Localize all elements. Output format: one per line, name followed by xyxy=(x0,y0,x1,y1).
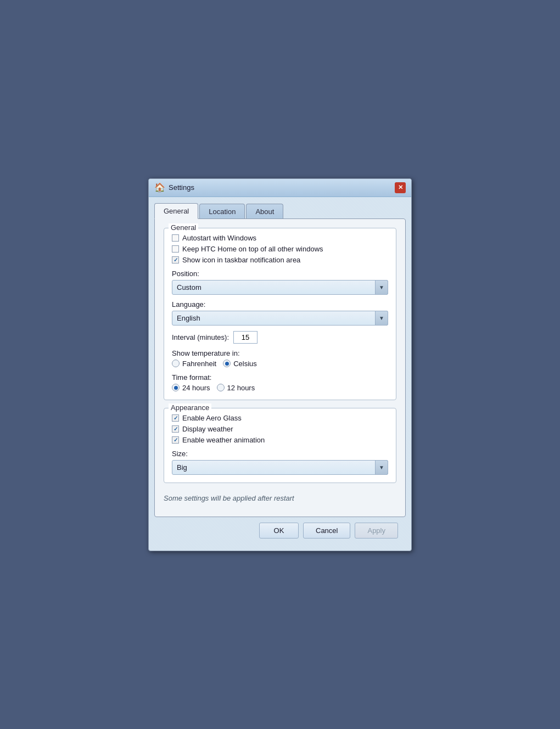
checkbox-ontop[interactable] xyxy=(172,245,179,253)
time-format-section: Time format: 24 hours 12 hours xyxy=(172,373,388,392)
interval-row: Interval (minutes): xyxy=(172,331,388,344)
appearance-group: Appearance Enable Aero Glass Display wea… xyxy=(164,408,396,483)
size-label: Size: xyxy=(172,450,388,458)
checkbox-animation[interactable] xyxy=(172,436,179,444)
checkbox-weather-row: Display weather xyxy=(172,425,388,433)
position-label: Position: xyxy=(172,270,388,278)
general-group-title: General xyxy=(169,223,198,232)
temperature-label: Show temperature in: xyxy=(172,349,388,357)
checkbox-taskbar-label: Show icon in taskbar notification area xyxy=(182,256,300,264)
window-title: Settings xyxy=(169,183,194,192)
radio-12h[interactable]: 12 hours xyxy=(217,384,255,392)
close-button[interactable]: ✕ xyxy=(395,182,406,193)
checkbox-autostart[interactable] xyxy=(172,234,179,242)
time-format-radio-row: 24 hours 12 hours xyxy=(172,384,388,392)
title-bar-left: 🏠 Settings xyxy=(154,182,194,193)
temperature-section: Show temperature in: Fahrenheit Celsius xyxy=(172,349,388,368)
tab-location[interactable]: Location xyxy=(199,204,245,219)
button-bar: OK Cancel Apply xyxy=(154,517,406,545)
tab-about[interactable]: About xyxy=(246,204,283,219)
checkbox-weather[interactable] xyxy=(172,425,179,433)
time-format-label: Time format: xyxy=(172,373,388,382)
tab-general[interactable]: General xyxy=(154,203,198,219)
position-select[interactable]: Custom Top Left Top Right Bottom Left Bo… xyxy=(172,280,388,295)
interval-input[interactable] xyxy=(233,331,257,344)
checkbox-weather-label: Display weather xyxy=(182,425,233,433)
home-icon: 🏠 xyxy=(154,182,165,193)
size-select-wrapper: Big Medium Small ▼ xyxy=(172,460,388,475)
checkbox-aero-row: Enable Aero Glass xyxy=(172,414,388,422)
language-select[interactable]: English French German Spanish xyxy=(172,311,388,326)
radio-24h-label: 24 hours xyxy=(182,384,210,392)
radio-12h-label: 12 hours xyxy=(227,384,255,392)
radio-24h[interactable]: 24 hours xyxy=(172,384,210,392)
radio-celsius[interactable]: Celsius xyxy=(223,360,257,368)
checkbox-ontop-row: Keep HTC Home on top of all other window… xyxy=(172,245,388,253)
appearance-group-title: Appearance xyxy=(169,403,211,412)
radio-12h-circle xyxy=(217,384,225,391)
checkbox-taskbar[interactable] xyxy=(172,256,179,263)
position-select-wrapper: Custom Top Left Top Right Bottom Left Bo… xyxy=(172,280,388,295)
language-select-wrapper: English French German Spanish ▼ xyxy=(172,311,388,326)
settings-window: 🏠 Settings ✕ General Location About Gene… xyxy=(148,178,412,551)
language-label: Language: xyxy=(172,300,388,309)
radio-fahrenheit[interactable]: Fahrenheit xyxy=(172,360,216,368)
interval-label: Interval (minutes): xyxy=(172,333,229,341)
general-group: General Autostart with Windows Keep HTC … xyxy=(164,228,396,400)
checkbox-animation-row: Enable weather animation xyxy=(172,436,388,444)
content-panel: General Autostart with Windows Keep HTC … xyxy=(154,218,406,517)
checkbox-aero[interactable] xyxy=(172,414,179,422)
checkbox-animation-label: Enable weather animation xyxy=(182,436,265,444)
ok-button[interactable]: OK xyxy=(259,523,299,539)
checkbox-ontop-label: Keep HTC Home on top of all other window… xyxy=(182,245,323,253)
checkbox-aero-label: Enable Aero Glass xyxy=(182,414,242,422)
cancel-button[interactable]: Cancel xyxy=(303,523,350,539)
temperature-radio-row: Fahrenheit Celsius xyxy=(172,360,388,368)
checkbox-taskbar-row: Show icon in taskbar notification area xyxy=(172,256,388,264)
radio-fahrenheit-circle xyxy=(172,360,180,367)
apply-button[interactable]: Apply xyxy=(355,523,398,539)
radio-celsius-circle xyxy=(223,360,231,367)
tab-bar: General Location About xyxy=(154,203,406,218)
title-bar: 🏠 Settings ✕ xyxy=(149,179,411,197)
size-select[interactable]: Big Medium Small xyxy=(172,460,388,475)
window-body: General Location About General Autostart… xyxy=(149,197,411,551)
radio-celsius-label: Celsius xyxy=(233,360,257,368)
radio-fahrenheit-label: Fahrenheit xyxy=(182,360,216,368)
checkbox-autostart-label: Autostart with Windows xyxy=(182,234,256,242)
restart-note: Some settings will be applied after rest… xyxy=(164,491,396,506)
radio-24h-circle xyxy=(172,384,180,391)
checkbox-autostart-row: Autostart with Windows xyxy=(172,234,388,242)
